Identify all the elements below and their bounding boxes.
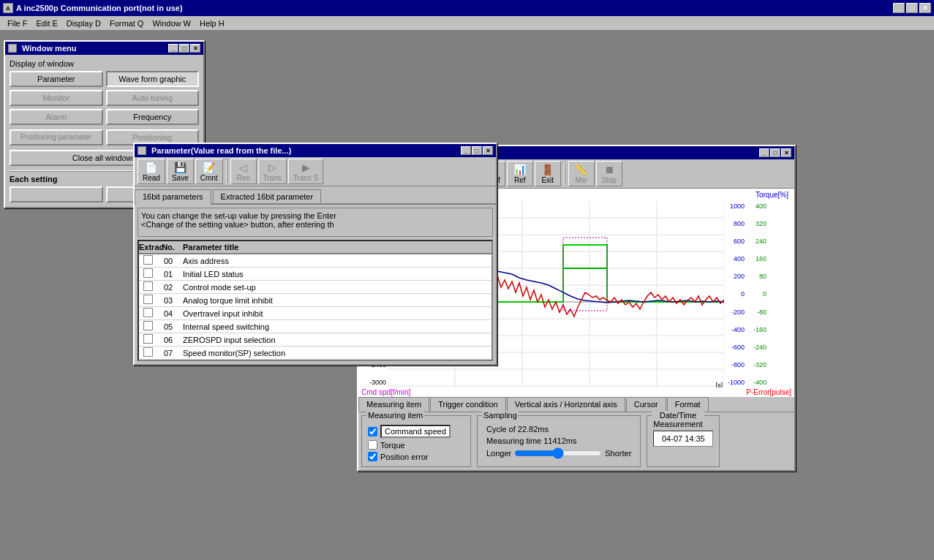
row-03-checkbox[interactable] xyxy=(143,295,153,304)
menu-format[interactable]: Format Q xyxy=(105,18,148,29)
app-titlebar: A A inc2500p Communication port(not in u… xyxy=(0,0,934,16)
param-close[interactable]: ✕ xyxy=(483,146,493,155)
torque-checkbox[interactable] xyxy=(368,440,377,450)
param-table: Extrac No. Parameter title 00 Axis addre… xyxy=(138,240,493,361)
window-menu-close[interactable]: ✕ xyxy=(190,44,200,53)
window-menu-titlebar: Window menu _ □ ✕ xyxy=(5,42,203,55)
tab-trigger[interactable]: Trigger condition xyxy=(430,397,506,412)
row-05-checkbox[interactable] xyxy=(143,321,153,330)
tab-cursor[interactable]: Cursor xyxy=(626,397,666,412)
row-04-checkbox[interactable] xyxy=(143,308,153,317)
tab-vertical-horizontal[interactable]: Vertical axis / Horizontal axis xyxy=(507,397,625,412)
display-of-window-label: Display of window xyxy=(10,59,199,68)
y-axis-right2: 1000 800 600 400 200 0 -200 -400 -600 -8… xyxy=(724,201,746,387)
param-rev-btn[interactable]: ◁ Rev xyxy=(230,159,257,184)
col-header-no: No. xyxy=(157,243,180,251)
waveform-maximize[interactable]: □ xyxy=(770,148,780,157)
y-axis-right-torque: 400 320 240 160 80 0 -80 -160 -240 -320 … xyxy=(746,201,768,387)
measuring-item-cmd-speed: Command speed xyxy=(368,425,464,438)
waveform-btn[interactable]: Wave form graphic xyxy=(106,71,200,87)
close-btn[interactable]: ✕ xyxy=(919,3,931,13)
table-row[interactable]: 06 ZEROSPD input selection xyxy=(139,333,492,347)
measuring-item-title: Measuring item xyxy=(366,411,424,420)
row-02-checkbox[interactable] xyxy=(143,281,153,291)
sampling-time: Measuring time 11412ms xyxy=(486,436,631,445)
param-tab-bar: 16bit parameters Extracted 16bit paramet… xyxy=(135,186,496,205)
window-menu-minimize[interactable]: _ xyxy=(168,44,178,53)
window-menu-maximize[interactable]: □ xyxy=(179,44,189,53)
menu-window[interactable]: Window W xyxy=(148,18,195,29)
param-save-btn[interactable]: 💾 Save xyxy=(167,159,194,184)
cmnt-icon: 📝 xyxy=(202,161,216,174)
sampling-group: Sampling Cycle of 22.82ms Measuring time… xyxy=(477,415,641,467)
minimize-btn[interactable]: _ xyxy=(893,3,905,13)
read-icon: 📄 xyxy=(144,161,159,174)
frequency-btn[interactable]: Frequency xyxy=(106,109,200,125)
sampling-title: Sampling xyxy=(482,411,519,420)
model-selection-btn[interactable] xyxy=(10,186,103,203)
parameter-window-icon xyxy=(138,146,146,155)
datetime-group: Date/TimeMeasurement 04-07 14:35 xyxy=(647,415,720,467)
param-toolbar: 📄 Read 💾 Save 📝 Cmnt ◁ Rev ▷ Trans ▶ Tra… xyxy=(135,157,496,186)
shorter-label: Shorter xyxy=(605,449,631,458)
monitor-btn[interactable]: Monitor xyxy=(10,90,103,106)
trans2-icon: ▶ xyxy=(298,161,313,174)
waveform-msr-btn[interactable]: 📏 Msr xyxy=(568,161,595,186)
parameter-btn[interactable]: Parameter xyxy=(10,71,103,87)
table-row[interactable]: 07 Speed monitor(SP) selection xyxy=(139,347,492,360)
table-row[interactable]: 00 Axis address xyxy=(139,254,492,268)
row-07-checkbox[interactable] xyxy=(143,347,153,357)
waveform-minimize[interactable]: _ xyxy=(759,148,769,157)
menu-file[interactable]: File F xyxy=(3,18,32,29)
bottom-tabs: Measuring item Trigger condition Vertica… xyxy=(358,397,794,412)
measuring-item-torque: Torque xyxy=(368,440,464,450)
menu-edit[interactable]: Edit E xyxy=(32,18,62,29)
cmd-speed-checkbox[interactable] xyxy=(368,427,377,436)
measuring-panel: Measuring item Command speed Torque Posi… xyxy=(358,412,794,470)
row-00-checkbox[interactable] xyxy=(143,255,153,265)
menu-display[interactable]: Display D xyxy=(62,18,105,29)
pos-error-checkbox[interactable] xyxy=(368,452,377,461)
waveform-stop-btn[interactable]: ⏹ Stop xyxy=(596,161,622,186)
table-row[interactable]: 04 Overtravel input inhibit xyxy=(139,307,492,320)
col-header-extrac: Extrac xyxy=(139,243,157,251)
param-read-btn[interactable]: 📄 Read xyxy=(138,159,165,184)
tab-format[interactable]: Format xyxy=(667,397,709,412)
menubar: File F Edit E Display D Format Q Window … xyxy=(0,16,934,31)
menu-help[interactable]: Help H xyxy=(195,18,229,29)
waveform-close[interactable]: ✕ xyxy=(781,148,791,157)
table-row[interactable]: 03 Analog torque limit inhibit xyxy=(139,294,492,307)
torque-label: Torque xyxy=(380,441,405,450)
row-06-checkbox[interactable] xyxy=(143,334,153,344)
table-row[interactable]: 01 Initial LED status xyxy=(139,268,492,281)
positioning-param-btn[interactable]: Positioning parameter xyxy=(10,129,103,145)
param-cmnt-btn[interactable]: 📝 Cmnt xyxy=(195,159,223,184)
bottom-left-label: Cmd spd[f/min] xyxy=(361,388,410,396)
alarm-btn[interactable]: Alarm xyxy=(10,109,103,125)
table-row[interactable]: 05 Internal speed switching xyxy=(139,320,492,333)
waveform-exit-btn[interactable]: 🚪 Exit xyxy=(535,161,561,186)
svg-text:[s]: [s] xyxy=(715,382,723,387)
param-trans-btn[interactable]: ▷ Trans xyxy=(258,159,287,184)
sampling-slider[interactable] xyxy=(514,448,602,458)
parameter-window: Parameter(Value read from the file...) _… xyxy=(133,143,497,366)
pos-error-label: Position error xyxy=(380,453,428,461)
tab-16bit[interactable]: 16bit parameters xyxy=(135,189,211,205)
param-maximize[interactable]: □ xyxy=(472,146,482,155)
row-01-checkbox[interactable] xyxy=(143,268,153,278)
app-title: A inc2500p Communication port(not in use… xyxy=(16,4,183,12)
tab-measuring-item[interactable]: Measuring item xyxy=(358,397,429,412)
tab-extracted-16bit[interactable]: Extracted 16bit parameter xyxy=(213,189,322,203)
param-info-text: You can change the set-up value by press… xyxy=(138,208,493,237)
window-menu-title: Window menu xyxy=(22,44,76,53)
waveform-msr-icon: 📏 xyxy=(574,163,589,176)
param-trans2-btn[interactable]: ▶ Trans S xyxy=(288,159,324,184)
table-row[interactable]: 02 Control mode set-up xyxy=(139,281,492,294)
auto-tuning-btn[interactable]: Auto tuning xyxy=(106,90,200,106)
cmd-speed-label: Command speed xyxy=(380,425,451,438)
maximize-btn[interactable]: □ xyxy=(906,3,918,13)
datetime-value: 04-07 14:35 xyxy=(653,431,713,447)
param-minimize[interactable]: _ xyxy=(461,146,471,155)
waveform-ref-btn[interactable]: 📊 Ref xyxy=(507,161,533,186)
window-menu-icon xyxy=(8,44,17,53)
